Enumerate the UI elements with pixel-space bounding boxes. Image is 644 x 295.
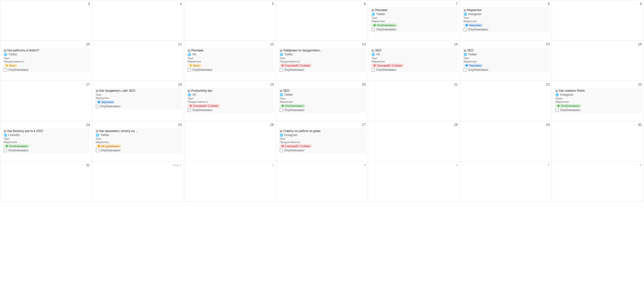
calendar-cell[interactable]: 19▤Productivity tips🌐VKТвитПродуктивност… [184,81,276,121]
published-checkbox-row[interactable]: Опубликовано [464,68,548,72]
event-card[interactable]: ▤Как принимать оплату на ...🌐TwitterТвит… [94,128,182,153]
event-card[interactable]: ▤SEO🌐VKТвитМаркетинг Сценарий / СъёмкиОп… [370,48,458,73]
event-title: ▤Лайфхаки по продуктивно... [280,49,365,52]
published-label: Опубликовано [376,68,396,72]
globe-icon: 🌐 [464,53,467,56]
published-checkbox-row[interactable]: Опубликовано [372,68,456,72]
calendar-cell[interactable]: 12▤Реклама🌐VKТвитМаркетинг ИдеяОпубликов… [184,41,276,81]
event-card[interactable]: ▤SEO🌐TwitterТвитМаркетинг ЧерновикОпубли… [462,48,550,73]
calendar-cell[interactable]: 13▤Лайфхаки по продуктивно...🌐TwitterТви… [276,41,368,81]
published-checkbox[interactable] [464,28,467,31]
calendar-cell[interactable]: 3 [276,161,368,202]
calendar-cell[interactable]: 9 [552,0,644,41]
calendar-cell[interactable]: 24▤Как бизнесу расти в 2023🌐LinkedInТвит… [0,121,92,161]
published-checkbox[interactable] [4,149,7,152]
published-checkbox[interactable] [555,109,559,112]
status-dot [98,145,100,147]
calendar-cell[interactable]: 18▤Как продвинуть сайт SEOТвитМаркетинг … [92,81,184,121]
calendar-cell[interactable]: 11 [92,41,184,81]
published-checkbox-row[interactable]: Опубликовано [280,149,365,152]
calendar-cell[interactable]: 17 [0,81,92,121]
calendar-cell[interactable]: Aug 1 [92,161,184,202]
status-dot [190,105,192,107]
calendar-cell[interactable]: 20▤SEO🌐TwitterТвитМаркетинг Опубликовано… [276,81,368,121]
calendar-cell[interactable]: 3 [0,0,92,41]
calendar-cell[interactable]: 22 [460,81,552,121]
published-checkbox-row[interactable]: Опубликовано [188,108,272,112]
event-tag: Твит [464,16,469,19]
published-label: Опубликовано [468,68,488,72]
status-dot [6,145,8,147]
event-title-text: Как бизнесу расти в 2023 [7,129,43,133]
published-label: Опубликовано [100,149,120,152]
calendar-cell[interactable]: 15▤SEO🌐TwitterТвитМаркетинг ЧерновикОпуб… [460,41,552,81]
platform-name: Twitter [468,53,477,56]
event-title: ▤Как работать в Notion? [4,49,89,52]
calendar-cell[interactable]: 8▤Маркетинг🌐InstagramТвитМаркетинг Черно… [460,0,552,41]
event-card[interactable]: ▤Productivity tips🌐VKТвитПродуктивность … [186,88,274,113]
calendar-cell[interactable]: 21 [368,81,460,121]
published-checkbox[interactable] [4,68,7,72]
event-tag: Твит [188,97,193,100]
event-platform: 🌐LinkedIn [4,133,89,137]
published-checkbox-row[interactable]: Опубликовано [555,108,640,112]
published-checkbox[interactable] [372,68,375,72]
event-card[interactable]: ▤Лайфхаки по продуктивно...🌐TwitterТвитП… [278,48,366,73]
published-checkbox-row[interactable]: Опубликовано [188,68,272,72]
calendar-cell[interactable]: 10▤Как работать в Notion?🌐TwitterТвитПро… [0,41,92,81]
published-checkbox[interactable] [188,109,191,112]
published-checkbox-row[interactable]: Опубликовано [372,28,456,31]
published-checkbox[interactable] [96,105,99,108]
calendar-cell[interactable]: 25▤Как принимать оплату на ...🌐TwitterТв… [92,121,184,161]
published-checkbox[interactable] [372,28,375,31]
calendar-cell[interactable]: 6 [276,0,368,41]
published-checkbox[interactable] [280,68,283,72]
event-card[interactable]: ▤SEO🌐TwitterТвитМаркетинг ОпубликованоОп… [278,88,366,113]
calendar-cell[interactable]: 27▤Советы по работе из дома🌐InstagramТви… [276,121,368,161]
event-card[interactable]: ▤Маркетинг🌐InstagramТвитМаркетинг Чернов… [462,7,550,32]
calendar-cell[interactable]: 30 [552,121,644,161]
published-checkbox-row[interactable]: Опубликовано [96,149,181,152]
calendar-cell[interactable]: 28 [368,121,460,161]
published-checkbox[interactable] [280,109,283,112]
event-card[interactable]: ▤Как снимать Reels🌐InstagramReelsМаркети… [554,88,642,113]
event-card[interactable]: ▤Как продвинуть сайт SEOТвитМаркетинг Че… [94,88,182,109]
published-checkbox[interactable] [96,149,99,152]
event-platform: 🌐Twitter [96,133,181,137]
event-title-text: SEO [283,89,290,92]
event-title: ▤Как продвинуть сайт SEO [96,89,181,92]
platform-name: Twitter [376,12,385,16]
event-status-badge: Сценарий / Съёмки [188,104,220,108]
event-card[interactable]: ▤Советы по работе из дома🌐InstagramТвитП… [278,128,366,153]
calendar-cell[interactable]: 7▤Реклама🌐TwitterТвитМаркетинг Опубликов… [368,0,460,41]
published-checkbox-row[interactable]: Опубликовано [4,149,89,152]
published-checkbox-row[interactable]: Опубликовано [4,68,89,72]
event-title: ▤Маркетинг [464,8,548,12]
event-card[interactable]: ▤Реклама🌐TwitterТвитМаркетинг Опубликова… [370,7,458,32]
event-title-text: Советы по работе из дома [283,129,320,133]
platform-name: Twitter [284,53,293,56]
calendar-cell[interactable]: 5 [184,0,276,41]
calendar-cell[interactable]: 4 [368,161,460,202]
calendar-cell[interactable]: 2 [184,161,276,202]
calendar-cell[interactable]: 6 [552,161,644,202]
calendar-cell[interactable]: 14▤SEO🌐VKТвитМаркетинг Сценарий / Съёмки… [368,41,460,81]
calendar-cell[interactable]: 31 [0,161,92,202]
published-checkbox-row[interactable]: Опубликовано [280,68,365,72]
published-checkbox-row[interactable]: Опубликовано [280,108,365,112]
calendar-cell[interactable]: 5 [460,161,552,202]
calendar-cell[interactable]: 26 [184,121,276,161]
published-checkbox-row[interactable]: Опубликовано [464,28,548,31]
calendar-cell[interactable]: 29 [460,121,552,161]
event-card[interactable]: ▤Как бизнесу расти в 2023🌐LinkedInТвитМа… [2,128,90,153]
event-card[interactable]: ▤Реклама🌐VKТвитМаркетинг ИдеяОпубликован… [186,48,274,73]
calendar-cell[interactable]: 23▤Как снимать Reels🌐InstagramReelsМарке… [552,81,644,121]
event-title-text: Маркетинг [467,8,482,12]
published-checkbox[interactable] [188,68,191,72]
event-card[interactable]: ▤Как работать в Notion?🌐TwitterТвитПроду… [2,48,90,73]
published-checkbox[interactable] [464,68,467,72]
calendar-cell[interactable]: 16 [552,41,644,81]
published-checkbox-row[interactable]: Опубликовано [96,105,181,108]
calendar-cell[interactable]: 4 [92,0,184,41]
published-checkbox[interactable] [280,149,283,152]
